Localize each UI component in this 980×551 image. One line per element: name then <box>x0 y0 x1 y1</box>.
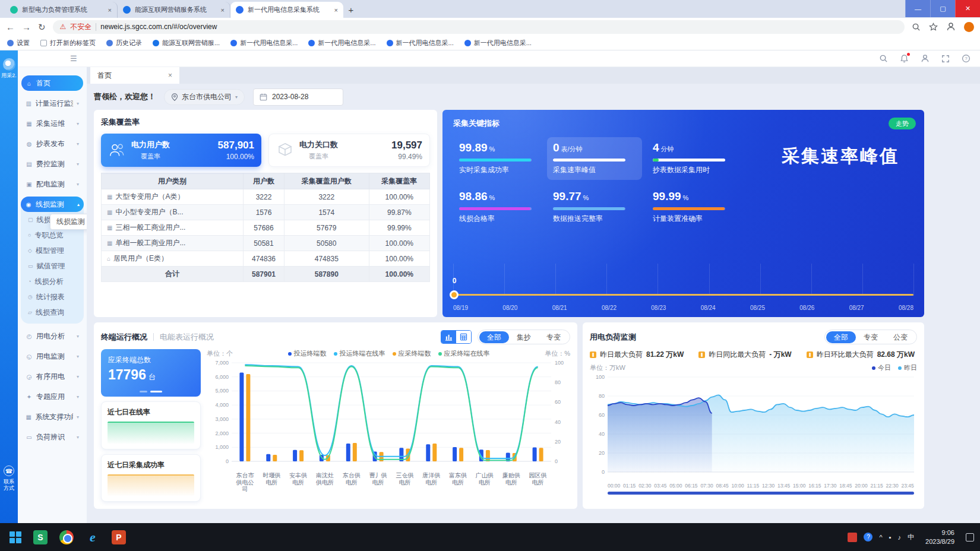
browser-tab-2[interactable]: 能源互联网营销服务系统× <box>118 2 230 18</box>
bell-icon[interactable] <box>900 54 909 63</box>
taskbar-app-ie[interactable]: e <box>83 527 103 547</box>
new-tab-button[interactable]: + <box>343 2 359 17</box>
svg-text:6,000: 6,000 <box>215 374 229 380</box>
window-close-button[interactable]: ✕ <box>955 0 980 17</box>
sidebar-subitem-loss-analysis[interactable]: ◔线损分析 <box>21 274 84 289</box>
table-row: ▦大型专变用户（A类）32223222100.00% <box>102 189 430 205</box>
table-cell: 587890 <box>284 267 369 282</box>
power-users-card[interactable]: 电力用户数 覆盖率 587,901 100.00% <box>101 134 261 167</box>
tab-close-icon[interactable]: × <box>221 7 225 14</box>
page-tab-home[interactable]: 首页 × <box>90 67 179 84</box>
window-maximize-button[interactable]: ▢ <box>930 0 955 17</box>
table-cell: 100.00% <box>369 236 429 251</box>
legend-dot <box>393 352 396 356</box>
profile-avatar[interactable] <box>964 22 974 32</box>
sidebar-item-power-analysis[interactable]: ◴用电分析▾ <box>21 328 83 344</box>
sidebar-item-home[interactable]: ⌂首页 <box>21 75 83 91</box>
metric-2[interactable]: 0表/分钟采集速率峰值 <box>547 137 642 180</box>
x-axis-label: 东台供电所 <box>338 472 365 493</box>
start-button[interactable] <box>4 525 27 549</box>
back-icon[interactable]: ← <box>6 23 15 31</box>
sidebar-item-collection-ops[interactable]: ▦采集运维▾ <box>21 116 83 131</box>
close-icon[interactable]: × <box>168 71 172 80</box>
sparkline-green <box>108 422 194 444</box>
metric-unit: % <box>583 194 589 201</box>
tray-volume-icon[interactable]: ♪ <box>898 534 902 541</box>
fullscreen-icon[interactable] <box>941 55 950 63</box>
sidebar-item-metering-monitor[interactable]: ▥计量运行监测▾ <box>21 96 83 111</box>
bookmark-item-2[interactable]: 打开新的标签页 <box>40 39 96 48</box>
forward-icon[interactable]: → <box>22 23 31 31</box>
taskbar-app-wps[interactable]: S <box>30 527 50 547</box>
sidebar-item-distribution-monitor[interactable]: ▣配电监测▾ <box>21 176 83 192</box>
trend-button[interactable]: 走势 <box>889 118 916 129</box>
sidebar-item-orderly-power[interactable]: ◶有序用电▾ <box>21 369 83 384</box>
sidebar-item-power-monitor[interactable]: ◵用电监测▾ <box>21 349 83 364</box>
sidebar-subitem-value-mgmt[interactable]: ▭赋值管理 <box>21 258 84 274</box>
taskbar-app-powerpoint[interactable]: P <box>109 527 129 547</box>
tray-expand-icon[interactable]: ^ <box>879 534 882 541</box>
org-select[interactable]: 东台市供电公司 ▾ <box>164 89 245 105</box>
tray-misc-icon[interactable]: ▪ <box>889 534 892 541</box>
power-gateways-card[interactable]: 电力关口数 覆盖率 19,597 99.49% <box>268 134 430 167</box>
terminal-pill-3[interactable]: 专变 <box>539 331 568 343</box>
help-icon[interactable]: ? <box>962 54 970 63</box>
tab-close-icon[interactable]: × <box>108 7 112 14</box>
bookmark-item-7[interactable]: 新一代用电信息采... <box>387 39 454 48</box>
terminal-total-card[interactable]: 应采终端总数 17796台 <box>101 349 201 397</box>
bookmark-item-1[interactable]: 设置 <box>7 39 30 48</box>
search-icon[interactable] <box>879 54 888 63</box>
sidebar-item-system-support[interactable]: ▦系统支撑功能▾ <box>21 409 83 425</box>
taskbar-app-chrome[interactable] <box>56 527 77 547</box>
table-view-button[interactable] <box>456 331 471 343</box>
bookmark-item-6[interactable]: 新一代用电信息采... <box>308 39 375 48</box>
bookmark-item-4[interactable]: 能源互联网营销服... <box>153 39 220 48</box>
online-rate-card[interactable]: 近七日在线率 <box>101 401 201 449</box>
browser-tab-3[interactable]: 新一代用电信息采集系统× <box>230 2 343 18</box>
account-icon[interactable] <box>921 54 930 63</box>
user-icon[interactable] <box>946 22 956 31</box>
metric-label: 采集速率峰值 <box>553 165 636 175</box>
url-box[interactable]: ⚠ 不安全 neweic.js.sgcc.com.cn/#/oc/overvie… <box>53 20 905 34</box>
load-stat-label: 昨日最大负荷 <box>600 350 643 360</box>
sidebar-item-meter-reading[interactable]: ◍抄表发布▾ <box>21 136 83 151</box>
contact-button[interactable]: ☎ 联系方式 <box>0 466 18 492</box>
sidebar-subitem-loss-query[interactable]: ▱线损查询 <box>21 305 84 320</box>
star-icon[interactable] <box>929 23 938 31</box>
sidebar-subitem-model-mgmt[interactable]: ◇模型管理 <box>21 243 84 258</box>
tab-meter-overview[interactable]: 电能表运行概况 <box>160 332 214 343</box>
tray-ime-icon[interactable]: 中 <box>908 533 914 542</box>
browser-tab-1[interactable]: 新型电力负荷管理系统× <box>5 2 118 18</box>
time-range-slider[interactable] <box>608 492 914 495</box>
load-pill-2[interactable]: 专变 <box>856 331 886 343</box>
terminal-pill-2[interactable]: 集抄 <box>509 331 539 343</box>
reload-icon[interactable]: ↻ <box>38 23 46 31</box>
sidebar-item-fee-control[interactable]: ▤费控监测▾ <box>21 156 83 172</box>
timeline-handle[interactable] <box>450 290 459 299</box>
action-center-icon[interactable] <box>966 533 974 542</box>
date-picker[interactable]: 2023-08-28 <box>253 88 343 106</box>
sidebar-item-load-identification[interactable]: ▭负荷辨识▾ <box>21 429 83 445</box>
collect-success-card[interactable]: 近七日采集成功率 <box>101 454 201 502</box>
taskbar-clock[interactable]: 9:06 2023/8/29 <box>925 528 954 546</box>
chart-view-button[interactable] <box>441 331 456 343</box>
terminal-pill-1[interactable]: 全部 <box>479 331 509 343</box>
sidebar-item-special-apps[interactable]: ✦专题应用▾ <box>21 389 83 404</box>
collapse-sidebar-icon[interactable]: ☰ <box>70 54 77 63</box>
sidebar-item-line-loss[interactable]: ◉线损监测▴ <box>21 197 84 212</box>
tray-help-icon[interactable]: ? <box>864 533 872 542</box>
load-pill-3[interactable]: 公变 <box>886 331 915 343</box>
timeline-slider[interactable]: 0 08/1908/2008/2108/2208/2308/2408/2508/… <box>453 264 913 311</box>
bookmark-item-3[interactable]: 历史记录 <box>106 39 142 48</box>
sidebar-subitem-stat-report[interactable]: ◷统计报表 <box>21 289 84 305</box>
zoom-icon[interactable] <box>912 23 921 31</box>
tab-terminal-overview[interactable]: 终端运行概况 <box>101 332 147 343</box>
bookmark-item-8[interactable]: 新一代用电信息采... <box>464 39 532 48</box>
window-minimize-button[interactable]: — <box>905 0 930 17</box>
bookmark-item-5[interactable]: 新一代用电信息采... <box>230 39 298 48</box>
tab-close-icon[interactable]: × <box>334 7 338 14</box>
carousel-dots[interactable] <box>101 391 201 392</box>
load-pill-1[interactable]: 全部 <box>826 331 856 343</box>
tray-app-icon[interactable] <box>848 533 857 542</box>
svg-text:0: 0 <box>555 458 558 464</box>
